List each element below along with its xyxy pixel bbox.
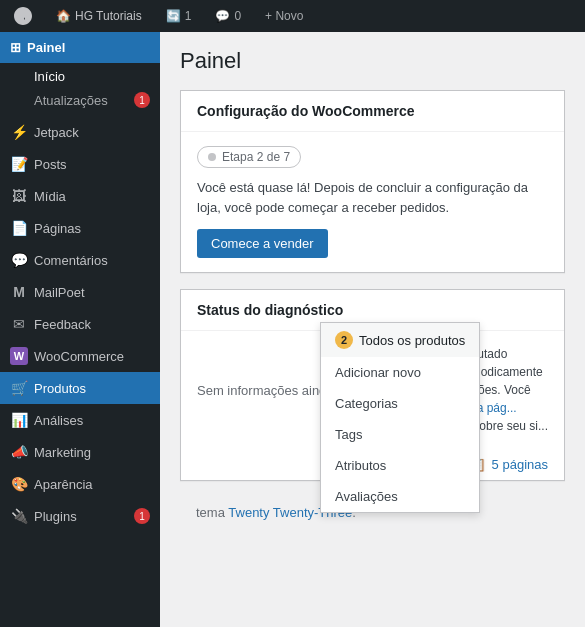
comments-button[interactable]: 💬 0 [209, 5, 247, 27]
plugins-badge: 1 [134, 508, 150, 524]
jetpack-icon: ⚡ [10, 123, 28, 141]
posts-icon: 📝 [10, 155, 28, 173]
sidebar-item-woocommerce[interactable]: W WooCommerce [0, 340, 160, 372]
dropdown-item-avaliacoes[interactable]: Avaliações [321, 481, 479, 512]
woo-card-description: Você está quase lá! Depois de concluir a… [197, 178, 548, 217]
marketing-icon: 📣 [10, 443, 28, 461]
sidebar-item-feedback[interactable]: ✉ Feedback [0, 308, 160, 340]
wp-logo[interactable] [8, 3, 38, 29]
dropdown-item-tags[interactable]: Tags [321, 419, 479, 450]
produtos-dropdown: 2 Todos os produtos Adicionar novo Categ… [320, 322, 480, 513]
sidebar-painel-label: Painel [27, 40, 65, 55]
midia-icon: 🖼 [10, 187, 28, 205]
main-layout: ⊞ Painel Início Atualizações 1 ⚡ Jetpack… [0, 32, 585, 627]
sidebar-item-midia[interactable]: 🖼 Mídia [0, 180, 160, 212]
mailpoet-icon: M [10, 283, 28, 301]
sidebar-item-paginas[interactable]: 📄 Páginas [0, 212, 160, 244]
step-dot [208, 153, 216, 161]
sidebar-item-mailpoet[interactable]: M MailPoet [0, 276, 160, 308]
pages-count-link[interactable]: 5 páginas [492, 457, 548, 472]
sidebar-item-atualizacoes[interactable]: Atualizações 1 [0, 88, 160, 116]
step-badge: Etapa 2 de 7 [197, 146, 301, 168]
plugins-icon: 🔌 [10, 507, 28, 525]
produtos-icon: 🛒 [10, 379, 28, 397]
new-button[interactable]: + Novo [259, 5, 309, 27]
dropdown-item-todos[interactable]: 2 Todos os produtos [321, 323, 479, 357]
sidebar-painel-header[interactable]: ⊞ Painel [0, 32, 160, 63]
sidebar-item-plugins[interactable]: 🔌 Plugins 1 [0, 500, 160, 532]
woo-card-body: Etapa 2 de 7 Você está quase lá! Depois … [181, 132, 564, 272]
atualizacoes-badge: 1 [134, 92, 150, 108]
sidebar: ⊞ Painel Início Atualizações 1 ⚡ Jetpack… [0, 32, 160, 627]
sidebar-item-jetpack[interactable]: ⚡ Jetpack [0, 116, 160, 148]
woocommerce-setup-card: Configuração do WooCommerce Etapa 2 de 7… [180, 90, 565, 273]
site-name[interactable]: 🏠 HG Tutoriais [50, 5, 148, 27]
dropdown-item-categorias[interactable]: Categorias [321, 388, 479, 419]
sidebar-item-aparencia[interactable]: 🎨 Aparência [0, 468, 160, 500]
sidebar-item-inicio[interactable]: Início [0, 63, 160, 88]
dashboard-icon: ⊞ [10, 40, 21, 55]
dropdown-item-adicionar[interactable]: Adicionar novo [321, 357, 479, 388]
aparencia-icon: 🎨 [10, 475, 28, 493]
sidebar-item-marketing[interactable]: 📣 Marketing [0, 436, 160, 468]
dropdown-item-atributos[interactable]: Atributos [321, 450, 479, 481]
sidebar-item-comentarios[interactable]: 💬 Comentários [0, 244, 160, 276]
analises-icon: 📊 [10, 411, 28, 429]
comece-vender-button[interactable]: Comece a vender [197, 229, 328, 258]
paginas-icon: 📄 [10, 219, 28, 237]
woocommerce-icon: W [10, 347, 28, 365]
feedback-icon: ✉ [10, 315, 28, 333]
dropdown-number: 2 [335, 331, 353, 349]
sidebar-item-analises[interactable]: 📊 Análises [0, 404, 160, 436]
sidebar-item-posts[interactable]: 📝 Posts [0, 148, 160, 180]
updates-button[interactable]: 🔄 1 [160, 5, 198, 27]
woo-card-header: Configuração do WooCommerce [181, 91, 564, 132]
page-title: Painel [180, 48, 565, 74]
top-bar: 🏠 HG Tutoriais 🔄 1 💬 0 + Novo [0, 0, 585, 32]
comentarios-icon: 💬 [10, 251, 28, 269]
sidebar-item-produtos[interactable]: 🛒 Produtos [0, 372, 160, 404]
content-area: Painel Configuração do WooCommerce Etapa… [160, 32, 585, 627]
